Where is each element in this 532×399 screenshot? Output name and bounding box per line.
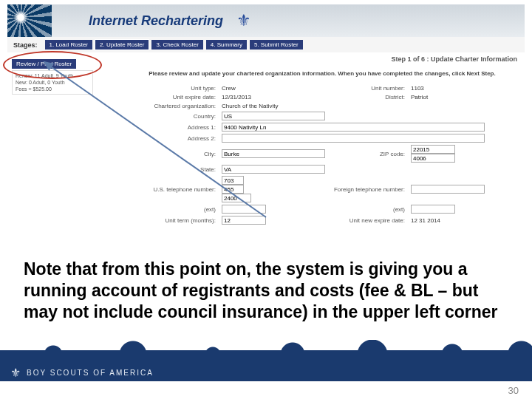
stages-bar: Stages: 1. Load Roster 2. Update Roster … (7, 37, 525, 52)
stage-2[interactable]: 2. Update Roster (95, 40, 149, 50)
city-label: City: (127, 151, 216, 157)
slide-footer: ⚜ BOY SCOUTS OF AMERICA (0, 350, 532, 381)
state-label: State: (127, 166, 216, 173)
sunburst-graphic (7, 4, 52, 37)
addr1-input[interactable] (222, 123, 485, 132)
form-panel: Step 1 of 6 : Update Charter Information… (120, 52, 525, 228)
country-input[interactable] (222, 112, 325, 120)
review-print-button[interactable]: Review / Print Roster (12, 59, 76, 69)
footer-org-text: BOY SCOUTS OF AMERICA (27, 369, 154, 377)
foreign-phone-input[interactable] (411, 185, 485, 194)
footer-logo: ⚜ BOY SCOUTS OF AMERICA (10, 366, 154, 380)
phone-label: U.S. telephone number: (127, 186, 216, 193)
ext1-input[interactable] (222, 205, 266, 214)
new-expire-value: 12 31 2014 (411, 217, 485, 224)
zip1-input[interactable] (411, 145, 455, 154)
unit-type-value: Crew (222, 85, 325, 92)
page-number: 30 (508, 385, 519, 396)
org-value: Church of the Nativity (222, 103, 485, 109)
addr2-input[interactable] (222, 134, 485, 143)
addr2-label: Address 2: (127, 135, 216, 142)
app-title: Internet Rechartering (89, 13, 223, 29)
phone1-input[interactable] (222, 176, 244, 185)
stage-4[interactable]: 4. Summary (206, 40, 247, 50)
step-header: Step 1 of 6 : Update Charter Information (127, 55, 517, 63)
unit-number-label: Unit number: (331, 85, 405, 92)
unit-type-label: Unit type: (127, 85, 216, 92)
left-sidebar: Review / Print Roster Renew: 11 Adult, 9… (7, 52, 120, 228)
fleur-de-lis-icon: ⚜ (233, 10, 254, 31)
new-expire-label: Unit new expire date: (331, 217, 405, 224)
phone2-input[interactable] (222, 185, 244, 194)
stage-1[interactable]: 1. Load Roster (45, 40, 92, 50)
instructions: Please review and update your chartered … (127, 70, 517, 78)
app-banner: Internet Rechartering ⚜ (7, 4, 525, 37)
stage-3[interactable]: 3. Check Roster (151, 40, 202, 50)
state-input[interactable] (222, 165, 325, 174)
org-label: Chartered organization: (127, 103, 216, 109)
expire-value: 12/31/2013 (222, 94, 325, 100)
unit-number-value: 1103 (411, 85, 485, 92)
slide-caption: Note that from this point on, the system… (24, 259, 511, 322)
foreign-phone-label: Foreign telephone number: (331, 186, 405, 193)
term-label: Unit term (months): (127, 217, 216, 224)
tally-new: New: 0 Adult, 0 Youth (16, 79, 89, 86)
ext2-label: (ext) (331, 206, 405, 213)
stage-5[interactable]: 5. Submit Roster (250, 40, 303, 50)
district-label: District: (331, 94, 405, 100)
running-tally: Renew: 11 Adult, 9 Youth New: 0 Adult, 0… (12, 70, 93, 95)
tally-renew: Renew: 11 Adult, 9 Youth (16, 72, 89, 79)
stages-label: Stages: (13, 41, 38, 49)
zip-label: ZIP code: (331, 151, 405, 157)
app-screenshot: Internet Rechartering ⚜ Stages: 1. Load … (7, 4, 525, 253)
phone3-input[interactable] (222, 194, 251, 202)
ext1-label: (ext) (127, 206, 216, 213)
ext2-input[interactable] (411, 205, 455, 214)
fleur-de-lis-small-icon: ⚜ (10, 366, 22, 380)
addr1-label: Address 1: (127, 124, 216, 131)
term-input[interactable] (222, 216, 266, 225)
city-input[interactable] (222, 149, 325, 158)
expire-label: Unit expire date: (127, 94, 216, 100)
tally-fees: Fees = $525.00 (16, 86, 89, 92)
district-value: Patriot (411, 94, 485, 100)
country-label: Country: (127, 113, 216, 120)
zip2-input[interactable] (411, 154, 455, 163)
charter-form: Unit type: Crew Unit number: 1103 Unit e… (127, 85, 517, 225)
